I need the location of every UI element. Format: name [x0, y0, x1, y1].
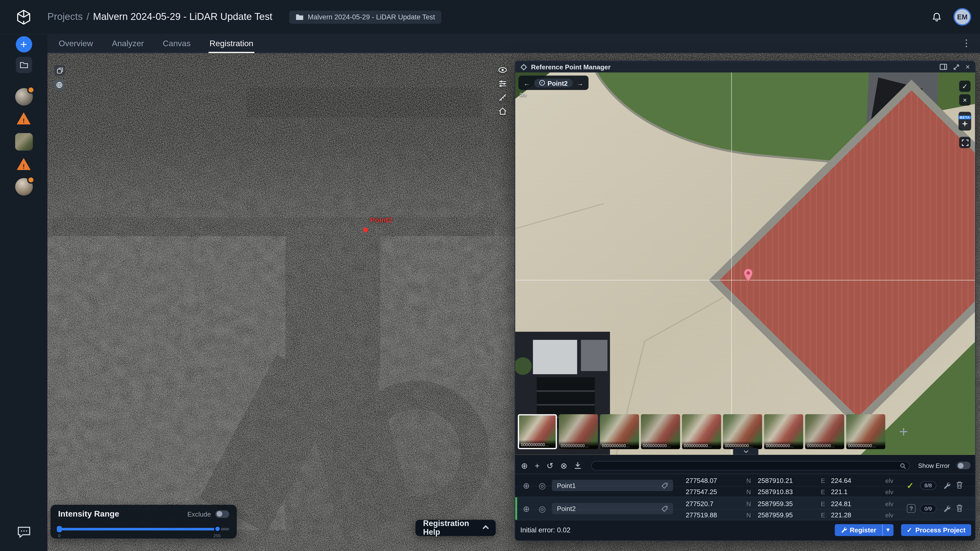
register-button[interactable]: Register ▾ — [835, 524, 893, 536]
collapse-strip-button[interactable] — [733, 448, 759, 455]
download-icon[interactable] — [574, 462, 582, 469]
image-count-badge: 8/8 — [920, 481, 936, 490]
aerial-map-view[interactable]: ← ✓ Point2 → 0/9 ✓ × BETA — [515, 73, 976, 455]
intensity-range-panel: Intensity Range Exclude 0 255 — [51, 505, 237, 538]
tab-overview[interactable]: Overview — [57, 35, 94, 52]
image-thumbnail[interactable]: 0000000000... — [723, 414, 762, 449]
add-button[interactable]: + — [16, 36, 32, 52]
sidebar-user-item[interactable] — [15, 88, 32, 106]
northing-value: 277547.25 — [686, 487, 717, 497]
clear-icon[interactable]: ⊗ — [560, 462, 567, 470]
current-point-chip[interactable]: ✓ Point2 — [534, 78, 573, 87]
fullscreen-button[interactable] — [959, 137, 970, 148]
image-thumbnail-strip: 0000000000... 0000000000... 0000000000..… — [518, 414, 913, 449]
exclude-label: Exclude — [187, 510, 211, 518]
globe-icon — [55, 81, 63, 88]
fullscreen-corners-icon — [961, 139, 968, 146]
previous-point-arrow[interactable]: ← — [523, 79, 530, 86]
measure-icon[interactable] — [498, 92, 508, 102]
rpm-header[interactable]: Reference Point Manager × — [515, 61, 975, 73]
slider-min-handle[interactable] — [57, 526, 62, 532]
app-window: Projects / Malvern 2024-05-29 - LiDAR Up… — [0, 0, 980, 551]
tab-canvas[interactable]: Canvas — [162, 35, 192, 52]
reference-point-pin[interactable] — [743, 268, 754, 283]
wrench-icon[interactable] — [943, 505, 950, 512]
sparkle-icon — [962, 121, 968, 127]
thumbnail-label: 0000000000... — [559, 441, 598, 449]
slider-max-handle[interactable] — [214, 526, 221, 532]
plus-icon[interactable]: + — [535, 462, 539, 470]
warning-icon[interactable]: ! — [16, 157, 31, 170]
tab-bar-menu-icon[interactable]: ⋮ — [962, 38, 971, 49]
expand-icon[interactable] — [953, 64, 960, 70]
basemap-globe-button[interactable] — [54, 79, 64, 90]
tab-analyzer[interactable]: Analyzer — [110, 35, 145, 52]
reference-points-table: ⊕ ◎ Point1 277548.07N 2587910.21E 224.64… — [515, 473, 976, 520]
pointcloud-building — [246, 87, 482, 118]
delete-icon[interactable] — [956, 504, 963, 512]
beta-auto-detect-button[interactable]: BETA — [959, 112, 971, 130]
show-error-toggle[interactable] — [956, 462, 970, 469]
breadcrumb-projects-link[interactable]: Projects — [48, 11, 83, 22]
process-project-button[interactable]: ✓ Process Project — [901, 524, 971, 536]
image-thumbnail[interactable]: 0000000000... — [764, 414, 803, 449]
tab-registration[interactable]: Registration — [208, 35, 255, 52]
chat-button[interactable] — [12, 525, 35, 540]
image-thumbnail[interactable]: 0000000000... — [518, 414, 557, 449]
next-point-arrow[interactable]: → — [576, 79, 584, 86]
search-input[interactable] — [591, 461, 910, 470]
thumbnail-label: 0000000000... — [600, 441, 639, 449]
filters-sliders-icon[interactable] — [498, 79, 508, 89]
projects-folder-button[interactable] — [16, 57, 32, 73]
current-point-name: Point2 — [547, 79, 568, 86]
show-error-label: Show Error — [918, 462, 950, 469]
confirm-point-button[interactable]: ✓ — [959, 81, 970, 92]
image-thumbnail[interactable]: 0000000000... — [805, 414, 844, 449]
easting-value: 2587910.83 — [758, 487, 793, 497]
table-row-point1[interactable]: ⊕ ◎ Point1 277548.07N 2587910.21E 224.64… — [515, 473, 976, 497]
image-thumbnail[interactable]: 0000000000... — [682, 414, 721, 449]
table-row-point2[interactable]: ⊕ ◎ Point2 277520.7N 2587959.35E 224.81e… — [515, 497, 976, 520]
northing-value: 277548.07 — [686, 475, 717, 486]
registration-help-button[interactable]: Registration Help — [415, 520, 496, 536]
intensity-slider[interactable]: 0 255 — [58, 526, 229, 534]
image-thumbnail[interactable]: 0000000000... — [641, 414, 680, 449]
project-chip[interactable]: Malvern 2024-05-29 - LiDAR Update Test — [290, 10, 441, 23]
warning-icon[interactable]: ! — [16, 112, 31, 125]
image-thumbnail[interactable]: 0000000000... — [846, 414, 885, 449]
user-avatar[interactable]: EM — [953, 8, 971, 26]
page-title: Malvern 2024-05-29 - LiDAR Update Test — [93, 11, 272, 22]
reference-point-manager-panel: Reference Point Manager × — [514, 61, 975, 541]
topbar-right: EM — [931, 8, 971, 26]
image-thumbnail[interactable]: 0000000000... — [600, 414, 639, 449]
thumbnail-label: 0000000000... — [641, 441, 680, 449]
unit-n: N — [746, 510, 751, 520]
sidebar-image-item[interactable] — [15, 133, 32, 151]
add-point-icon[interactable]: ⊕ — [521, 462, 528, 470]
close-icon[interactable]: × — [966, 63, 970, 70]
dock-panel-icon[interactable] — [940, 64, 947, 70]
wrench-icon[interactable] — [943, 482, 950, 489]
delete-icon[interactable] — [956, 481, 963, 489]
elevation-value: 224.64 — [831, 475, 851, 486]
check-circle-icon: ✓ — [539, 80, 545, 86]
sidebar-user-item[interactable] — [15, 178, 32, 196]
register-dropdown-caret[interactable]: ▾ — [883, 524, 893, 536]
easting-value: 2587910.21 — [758, 475, 793, 486]
pointcloud-point-marker[interactable] — [363, 227, 368, 232]
notifications-bell-icon[interactable] — [931, 11, 942, 22]
home-icon[interactable] — [498, 106, 508, 116]
reject-point-button[interactable]: × — [959, 94, 970, 106]
visibility-eye-icon[interactable] — [498, 65, 508, 75]
undo-icon[interactable]: ↺ — [546, 462, 553, 470]
layers-button[interactable] — [54, 65, 65, 76]
image-thumbnail[interactable]: 0000000000... — [559, 414, 598, 449]
point-navigator: ← ✓ Point2 → — [518, 76, 589, 90]
app-logo-icon[interactable] — [15, 8, 32, 25]
add-image-button[interactable]: + — [894, 414, 913, 449]
elevation-value: 221.1 — [831, 487, 848, 497]
notification-badge — [27, 176, 35, 184]
easting-value: 2587959.95 — [758, 510, 793, 520]
unit-n: N — [746, 499, 751, 509]
exclude-toggle[interactable] — [215, 510, 229, 518]
